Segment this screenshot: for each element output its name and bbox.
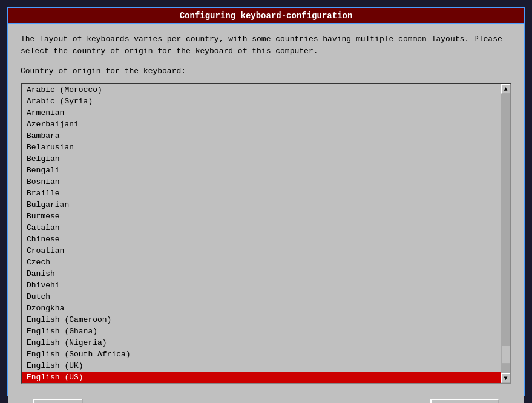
list-item[interactable]: Croatian (22, 245, 501, 257)
button-bar: <Ok> <Cancel> (8, 394, 524, 403)
list-item[interactable]: Dhivehi (22, 280, 501, 291)
list-item[interactable]: Bulgarian (22, 199, 501, 211)
list-item[interactable]: English (South Africa) (22, 349, 501, 360)
content-area: The layout of keyboards varies per count… (8, 24, 524, 394)
list-item[interactable]: English (Nigeria) (22, 337, 501, 349)
list-item[interactable]: Arabic (Morocco) (22, 84, 501, 96)
list-item[interactable]: Belarusian (22, 142, 501, 153)
cancel-button[interactable]: <Cancel> (430, 399, 499, 403)
list-item[interactable]: English (Ghana) (22, 326, 501, 337)
scrollbar[interactable]: ▲ ▼ (501, 84, 510, 383)
scroll-down-arrow[interactable]: ▼ (501, 373, 511, 383)
list-item[interactable]: English (Cameroon) (22, 314, 501, 326)
list-item[interactable]: Bosnian (22, 176, 501, 188)
list-item[interactable]: Braille (22, 188, 501, 199)
scrollbar-thumb[interactable] (502, 346, 510, 364)
list-item[interactable]: Bengali (22, 165, 501, 176)
list-item[interactable]: Azerbaijani (22, 119, 501, 130)
list-container: Arabic (Morocco)Arabic (Syria)ArmenianAz… (21, 83, 511, 384)
list-item[interactable]: Dutch (22, 291, 501, 303)
description-text: The layout of keyboards varies per count… (21, 33, 511, 57)
list-item[interactable]: Belgian (22, 153, 501, 165)
title-bar: Configuring keyboard-configuration (8, 8, 524, 24)
list-item[interactable]: English (US) (22, 372, 501, 383)
scroll-up-arrow[interactable]: ▲ (501, 84, 511, 94)
list-item[interactable]: Czech (22, 257, 501, 268)
list-item[interactable]: Armenian (22, 107, 501, 119)
list-item[interactable]: Bambara (22, 130, 501, 142)
title-text: Configuring keyboard-configuration (180, 11, 353, 21)
list-item[interactable]: English (UK) (22, 360, 501, 372)
list-item[interactable]: Dzongkha (22, 303, 501, 314)
scrollbar-thumb-area[interactable] (501, 94, 510, 373)
list-item[interactable]: Danish (22, 268, 501, 280)
list-item[interactable]: Catalan (22, 222, 501, 234)
dialog: Configuring keyboard-configuration The l… (7, 7, 525, 396)
country-list[interactable]: Arabic (Morocco)Arabic (Syria)ArmenianAz… (22, 84, 501, 383)
list-item[interactable]: Arabic (Syria) (22, 96, 501, 107)
list-item[interactable]: Burmese (22, 211, 501, 222)
ok-button[interactable]: <Ok> (33, 399, 83, 403)
list-item[interactable]: Chinese (22, 234, 501, 245)
list-label: Country of origin for the keyboard: (21, 67, 511, 76)
